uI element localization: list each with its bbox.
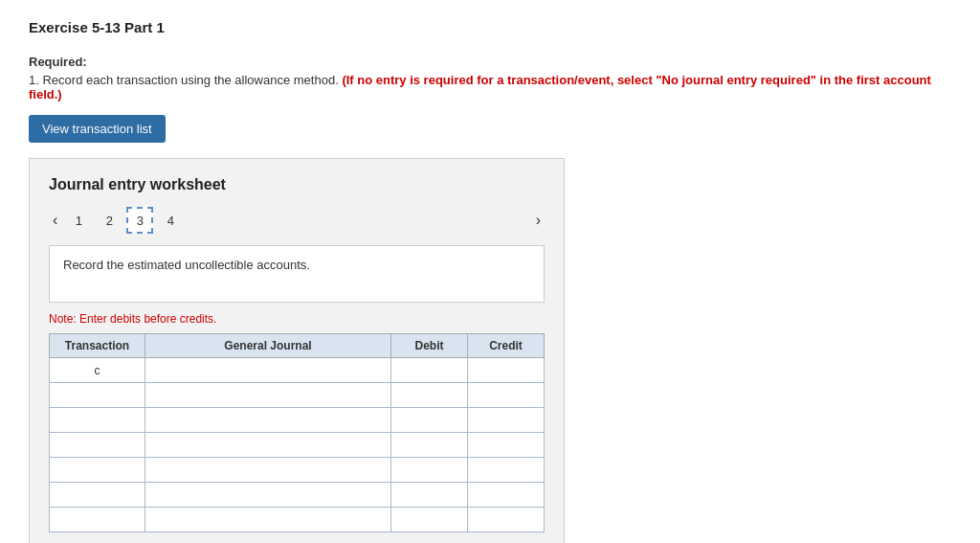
tab-1[interactable]: 1 bbox=[65, 207, 92, 234]
debit-input-7[interactable] bbox=[391, 508, 467, 532]
credit-cell-7[interactable] bbox=[468, 508, 545, 532]
debit-input-6[interactable] bbox=[391, 483, 467, 507]
general-journal-cell-3[interactable] bbox=[145, 408, 391, 433]
col-header-transaction: Transaction bbox=[50, 334, 145, 358]
debit-cell-2[interactable] bbox=[391, 383, 468, 408]
general-journal-input-6[interactable] bbox=[145, 483, 390, 507]
col-header-debit: Debit bbox=[391, 334, 468, 358]
tab-navigation: ‹ 1 2 3 4 › bbox=[49, 207, 545, 234]
transaction-cell-1: c bbox=[50, 358, 145, 383]
debit-cell-6[interactable] bbox=[391, 483, 468, 508]
table-row bbox=[50, 458, 545, 483]
required-instruction: 1. Record each transaction using the all… bbox=[29, 73, 951, 102]
transaction-cell-6 bbox=[50, 483, 145, 508]
general-journal-cell-6[interactable] bbox=[145, 483, 391, 508]
next-tab-arrow[interactable]: › bbox=[532, 210, 545, 231]
required-label: Required: bbox=[29, 55, 951, 69]
credit-cell-4[interactable] bbox=[468, 433, 545, 458]
debit-input-5[interactable] bbox=[391, 458, 467, 482]
instruction-plain: 1. Record each transaction using the all… bbox=[29, 73, 339, 87]
table-row bbox=[50, 433, 545, 458]
debit-cell-4[interactable] bbox=[391, 433, 468, 458]
debit-cell-1[interactable] bbox=[391, 358, 468, 383]
debit-input-4[interactable] bbox=[391, 433, 467, 457]
transaction-cell-7 bbox=[50, 508, 145, 532]
transaction-cell-3 bbox=[50, 408, 145, 433]
debit-cell-5[interactable] bbox=[391, 458, 468, 483]
transaction-cell-4 bbox=[50, 433, 145, 458]
debit-cell-7[interactable] bbox=[391, 508, 468, 532]
transaction-cell-2 bbox=[50, 383, 145, 408]
credit-input-6[interactable] bbox=[468, 483, 544, 507]
credit-input-5[interactable] bbox=[468, 458, 544, 482]
credit-input-2[interactable] bbox=[468, 383, 544, 407]
debit-cell-3[interactable] bbox=[391, 408, 468, 433]
credit-cell-5[interactable] bbox=[468, 458, 545, 483]
general-journal-cell-4[interactable] bbox=[145, 433, 391, 458]
journal-table: Transaction General Journal Debit Credit… bbox=[49, 333, 545, 532]
credit-input-3[interactable] bbox=[468, 408, 544, 432]
general-journal-cell-7[interactable] bbox=[145, 508, 391, 532]
table-row bbox=[50, 383, 545, 408]
view-transaction-button[interactable]: View transaction list bbox=[29, 115, 166, 143]
debit-input-3[interactable] bbox=[391, 408, 467, 432]
description-box: Record the estimated uncollectible accou… bbox=[49, 245, 545, 303]
credit-cell-2[interactable] bbox=[468, 383, 545, 408]
col-header-general-journal: General Journal bbox=[145, 334, 391, 358]
page-title: Exercise 5-13 Part 1 bbox=[29, 19, 951, 35]
table-row bbox=[50, 408, 545, 433]
general-journal-input-1[interactable] bbox=[145, 358, 390, 382]
transaction-cell-5 bbox=[50, 458, 145, 483]
general-journal-input-7[interactable] bbox=[145, 508, 390, 532]
credit-input-7[interactable] bbox=[468, 508, 544, 532]
credit-cell-3[interactable] bbox=[468, 408, 545, 433]
general-journal-input-2[interactable] bbox=[145, 383, 390, 407]
col-header-credit: Credit bbox=[468, 334, 545, 358]
debit-input-1[interactable] bbox=[391, 358, 467, 382]
worksheet-title: Journal entry worksheet bbox=[49, 176, 545, 193]
note-text: Note: Enter debits before credits. bbox=[49, 312, 545, 326]
general-journal-input-5[interactable] bbox=[145, 458, 390, 482]
credit-cell-6[interactable] bbox=[468, 483, 545, 508]
credit-input-4[interactable] bbox=[468, 433, 544, 457]
general-journal-cell-2[interactable] bbox=[145, 383, 391, 408]
tab-4[interactable]: 4 bbox=[157, 207, 184, 234]
debit-input-2[interactable] bbox=[391, 383, 467, 407]
general-journal-input-4[interactable] bbox=[145, 433, 390, 457]
credit-input-1[interactable] bbox=[468, 358, 544, 382]
table-row bbox=[50, 483, 545, 508]
prev-tab-arrow[interactable]: ‹ bbox=[49, 210, 61, 231]
table-row bbox=[50, 508, 545, 532]
general-journal-input-3[interactable] bbox=[145, 408, 390, 432]
credit-cell-1[interactable] bbox=[468, 358, 545, 383]
tab-3[interactable]: 3 bbox=[126, 207, 153, 234]
worksheet-container: Journal entry worksheet ‹ 1 2 3 4 › Reco… bbox=[29, 158, 565, 543]
tab-2[interactable]: 2 bbox=[96, 207, 122, 234]
general-journal-cell-1[interactable] bbox=[145, 358, 391, 383]
general-journal-cell-5[interactable] bbox=[145, 458, 391, 483]
table-row: c bbox=[50, 358, 545, 383]
